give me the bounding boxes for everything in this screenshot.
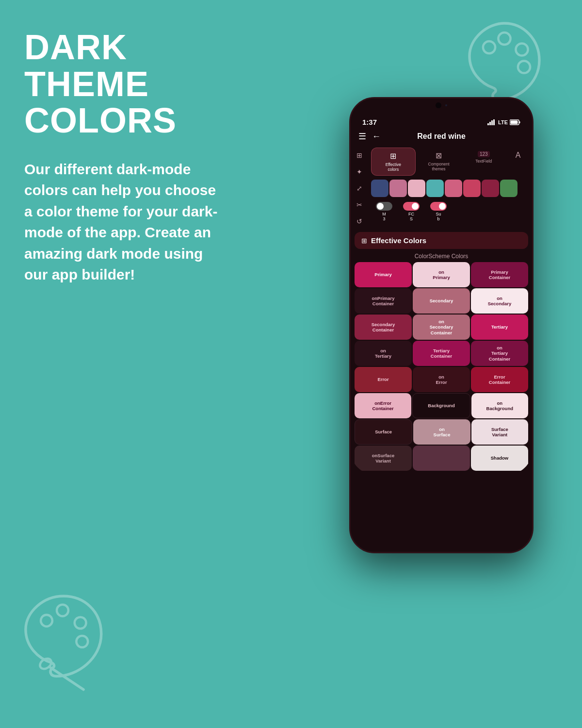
color-row-2: onPrimaryContainer Secondary onSecondary	[355, 288, 528, 314]
tab-component-themes[interactable]: ⊠ Componentthemes	[417, 148, 461, 176]
palette-top-right-icon	[461, 15, 548, 102]
on-tertiary-cell: onTertiary	[355, 341, 412, 366]
color-row-7: Surface onSurface SurfaceVariant	[355, 419, 528, 445]
on-tertiary-container-cell: onTertiaryContainer	[471, 341, 528, 366]
svg-point-6	[75, 617, 86, 629]
svg-point-5	[57, 605, 68, 616]
m3-toggle[interactable]	[376, 202, 392, 211]
tertiary-cell: Tertiary	[471, 314, 528, 340]
svg-point-7	[76, 636, 88, 647]
background-cell: Background	[412, 393, 470, 418]
svg-rect-15	[519, 121, 520, 123]
error-container-cell: ErrorContainer	[471, 367, 528, 392]
tab-a[interactable]: A	[507, 148, 529, 176]
svg-rect-12	[491, 120, 493, 125]
svg-rect-13	[493, 119, 495, 125]
svg-rect-16	[511, 120, 518, 124]
fcs-toggle[interactable]	[403, 202, 420, 211]
phone-notch	[412, 99, 470, 112]
svg-rect-11	[489, 122, 491, 125]
status-bar: 1:37 LTE	[351, 114, 532, 128]
color-row-4: onTertiary TertiaryContainer onTertiaryC…	[355, 341, 528, 366]
palette-bottom-left-icon	[15, 582, 121, 699]
surface-variant-cell: SurfaceVariant	[471, 419, 528, 445]
sidebar-icons: ⊞ ✦ ⤢ ✂ ↺	[351, 146, 368, 231]
on-surface-variant-cell: onSurfaceVariant	[355, 446, 412, 471]
svg-point-2	[516, 43, 528, 55]
error-cell: Error	[355, 367, 412, 392]
on-surface-cell: onSurface	[413, 419, 470, 445]
color-grid: Primary onPrimary PrimaryContainer onPri…	[351, 261, 532, 475]
color-row-3: SecondaryContainer onSecondaryContainer …	[355, 314, 528, 340]
on-primary-container-cell: onPrimaryContainer	[355, 288, 412, 314]
swatches-row	[368, 178, 532, 199]
svg-point-4	[41, 615, 52, 627]
colorscheme-label: ColorScheme Colors	[351, 250, 532, 261]
on-secondary-cell: onSecondary	[471, 288, 528, 314]
primary-container-cell: PrimaryContainer	[471, 262, 528, 287]
header-title: Red red wine	[417, 132, 466, 141]
svg-point-3	[518, 61, 530, 73]
tab-textfield[interactable]: 123 TextField	[462, 148, 505, 176]
on-primary-cell: onPrimary	[413, 262, 470, 287]
refresh-icon[interactable]: ↺	[356, 217, 362, 225]
surface-cell: Surface	[355, 419, 412, 445]
background: DARK THEME COLORS Our different dark-mod…	[0, 0, 582, 728]
sub-toggle[interactable]	[430, 202, 447, 211]
status-time: 1:37	[362, 118, 377, 126]
section-header: ⊞ Effective Colors	[355, 232, 528, 249]
svg-point-1	[498, 33, 510, 45]
sun-icon[interactable]: ✦	[356, 168, 362, 176]
phone-frame: 1:37 LTE ☰ ← Red red wine	[349, 97, 534, 553]
color-row-6: onErrorContainer Background onBackground	[355, 393, 528, 418]
toggles-row: M3 FCS	[368, 199, 532, 224]
svg-rect-10	[487, 123, 489, 125]
tab-bar: ⊞ Effectivecolors ⊠ Componentthemes 123 …	[368, 146, 532, 178]
color-row-5: Error onError ErrorContainer	[355, 367, 528, 392]
outline-cell	[413, 446, 470, 471]
on-error-container-cell: onErrorContainer	[355, 393, 411, 418]
status-icons: LTE	[487, 119, 520, 125]
back-button[interactable]: ←	[372, 132, 381, 142]
menu-icon[interactable]: ☰	[358, 131, 366, 142]
tertiary-container-cell: TertiaryContainer	[413, 341, 470, 366]
tab-effective-colors[interactable]: ⊞ Effectivecolors	[371, 148, 416, 176]
expand-icon[interactable]: ⤢	[356, 184, 362, 192]
svg-point-0	[483, 41, 495, 53]
main-title: DARK THEME COLORS	[24, 29, 228, 139]
secondary-cell: Secondary	[413, 288, 470, 314]
phone-screen: 1:37 LTE ☰ ← Red red wine	[351, 99, 532, 475]
phone-wrapper: 1:37 LTE ☰ ← Red red wine	[340, 97, 543, 553]
app-header: ☰ ← Red red wine	[351, 128, 532, 146]
color-row-8: onSurfaceVariant Shadow	[355, 446, 528, 471]
description-text: Our different dark-mode colors can help …	[24, 159, 228, 285]
grid-icon[interactable]: ⊞	[356, 151, 362, 159]
scissors-icon[interactable]: ✂	[356, 201, 362, 209]
left-content: DARK THEME COLORS Our different dark-mod…	[24, 29, 228, 285]
on-secondary-container-cell: onSecondaryContainer	[413, 314, 470, 340]
primary-cell: Primary	[355, 262, 412, 287]
color-row-1: Primary onPrimary PrimaryContainer	[355, 262, 528, 287]
on-background-cell: onBackground	[471, 393, 528, 418]
shadow-cell: Shadow	[471, 446, 528, 471]
secondary-container-cell: SecondaryContainer	[355, 314, 412, 340]
on-error-cell: onError	[413, 367, 470, 392]
